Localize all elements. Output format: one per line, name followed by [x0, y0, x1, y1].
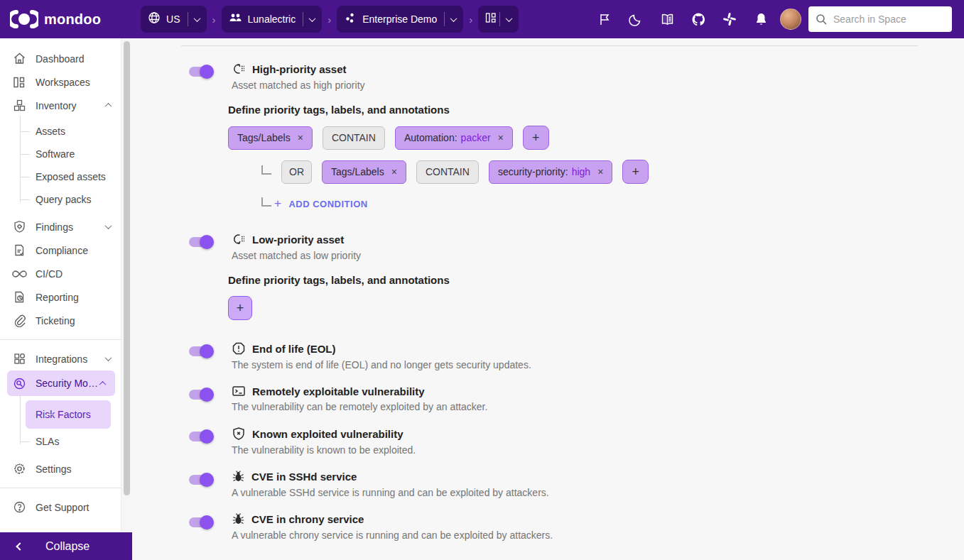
add-condition-plus-button[interactable]: +: [228, 296, 252, 320]
risk-row-known-exploited: Known exploited vulnerability The vulner…: [181, 427, 918, 456]
org-selector[interactable]: Lunalectric: [222, 6, 323, 33]
chevron-down-icon[interactable]: [309, 15, 316, 22]
sidebar-collapse-button[interactable]: Collapse: [0, 532, 132, 560]
risk-row-high-priority: High-priority asset Asset matched as hig…: [181, 62, 918, 218]
chevron-down-icon[interactable]: [506, 15, 513, 22]
sidebar-item-findings[interactable]: Findings: [0, 215, 121, 238]
sidebar-item-label: Get Support: [36, 502, 90, 513]
section-divider: [181, 45, 918, 46]
workspace-grid-icon: [485, 12, 497, 26]
shield-bug-icon: [11, 220, 27, 234]
breadcrumb: US › Lunalectric › Enter: [141, 6, 519, 33]
mondoo-logo[interactable]: mondoo: [10, 10, 101, 28]
field-chip[interactable]: Tags/Labels ×: [322, 160, 406, 184]
pill-divider: [444, 12, 445, 26]
remove-chip-icon[interactable]: ×: [597, 166, 603, 177]
dark-mode-button[interactable]: [624, 7, 648, 31]
sidebar-item-get-support[interactable]: Get Support: [0, 495, 121, 519]
sidebar-item-settings[interactable]: Settings: [0, 457, 121, 481]
remote-exploitable-toggle[interactable]: [189, 388, 213, 402]
sidebar-item-query-packs[interactable]: Query packs: [0, 188, 121, 211]
slack-button[interactable]: [717, 7, 742, 31]
value-chip[interactable]: security-priority: high ×: [489, 160, 612, 184]
space-search: [808, 6, 952, 32]
condition-row-3: + ADD CONDITION: [228, 197, 649, 211]
document-check-icon: [11, 243, 27, 257]
notifications-bell-button[interactable]: [749, 7, 773, 31]
sidebar-item-security-monitoring[interactable]: Security Mo…: [7, 370, 115, 396]
chevron-down-icon[interactable]: [105, 354, 112, 361]
sidebar-item-workspaces[interactable]: Workspaces: [0, 70, 121, 94]
sidebar-item-reporting[interactable]: Reporting: [0, 285, 121, 309]
add-value-button[interactable]: +: [523, 126, 549, 150]
region-selector[interactable]: US: [141, 6, 206, 33]
sidebar-item-label: Assets: [36, 126, 65, 137]
globe-icon: [148, 11, 161, 27]
operator-chip[interactable]: CONTAIN: [416, 160, 479, 184]
known-exploited-toggle[interactable]: [189, 429, 213, 444]
navbar-actions: [592, 6, 952, 32]
github-button[interactable]: [686, 7, 710, 31]
feature-flag-button[interactable]: [592, 7, 617, 31]
or-chip[interactable]: OR: [281, 160, 312, 184]
sidebar-item-compliance[interactable]: Compliance: [0, 238, 121, 262]
cve-sshd-toggle[interactable]: [189, 473, 213, 487]
low-priority-toggle[interactable]: [189, 235, 213, 249]
condition-heading: Define priority tags, labels, and annota…: [228, 104, 649, 116]
sidebar-item-software[interactable]: Software: [0, 143, 121, 165]
sidebar-item-label: Security Mo…: [36, 378, 98, 389]
value-chip[interactable]: Automation: packer ×: [395, 126, 513, 150]
add-value-button[interactable]: +: [622, 160, 649, 184]
region-label: US: [166, 13, 180, 25]
sidebar-item-slas[interactable]: SLAs: [0, 430, 121, 453]
space-icon: [344, 11, 357, 27]
eol-alert-icon: [232, 341, 246, 356]
docs-button[interactable]: [655, 7, 679, 31]
condition-builder: Define priority tags, labels, and annota…: [228, 274, 450, 320]
chevron-up-icon[interactable]: [99, 380, 107, 388]
sidebar-item-integrations[interactable]: Integrations: [0, 347, 121, 370]
sidebar-item-ticketing[interactable]: Ticketing: [0, 309, 121, 332]
remove-chip-icon[interactable]: ×: [498, 132, 504, 143]
sidebar-item-risk-factors[interactable]: Risk Factors: [26, 400, 111, 429]
add-condition-button[interactable]: + ADD CONDITION: [274, 197, 368, 211]
priority-down-icon: [232, 232, 246, 246]
bug-icon: [232, 512, 245, 526]
chevron-up-icon[interactable]: [105, 103, 112, 110]
remove-chip-icon[interactable]: ×: [298, 132, 303, 143]
breadcrumb-separator: ›: [469, 13, 472, 26]
remove-chip-icon[interactable]: ×: [391, 166, 397, 177]
risk-title: High-priority asset: [252, 63, 347, 75]
security-monitoring-icon: [11, 377, 27, 390]
sidebar-item-cicd[interactable]: CI/CD: [0, 262, 121, 285]
sidebar-item-exposed-assets[interactable]: Exposed assets: [0, 165, 121, 188]
sidebar-scrollbar[interactable]: [121, 38, 132, 560]
chevron-down-icon[interactable]: [105, 222, 112, 229]
operator-chip[interactable]: CONTAIN: [323, 126, 385, 150]
sidebar-item-label: Inventory: [36, 100, 77, 111]
space-selector[interactable]: Enterprise Demo: [337, 6, 463, 33]
risk-description: A vulnerable SSHd service is running and…: [232, 487, 549, 498]
sidebar-item-assets[interactable]: Assets: [0, 120, 121, 143]
condition-builder: Define priority tags, labels, and annota…: [228, 104, 649, 211]
high-priority-toggle[interactable]: [189, 65, 213, 79]
chevron-down-icon[interactable]: [193, 15, 200, 22]
sidebar-item-inventory[interactable]: Inventory: [0, 94, 121, 117]
chevron-down-icon[interactable]: [450, 15, 457, 22]
field-chip[interactable]: Tags/Labels ×: [228, 126, 313, 150]
search-input[interactable]: [833, 13, 945, 25]
user-avatar[interactable]: [780, 9, 801, 30]
paperclip-icon: [11, 314, 27, 327]
workspace-mini-selector[interactable]: [478, 6, 519, 33]
risk-row-eol: End of life (EOL) The system is end of l…: [181, 341, 918, 370]
sidebar-item-label: Risk Factors: [36, 409, 91, 420]
sidebar-item-dashboard[interactable]: Dashboard: [0, 47, 121, 70]
sidebar-item-label: Reporting: [36, 292, 79, 303]
inventory-subnav: Assets Software Exposed assets Query pac…: [0, 117, 121, 215]
tree-connector: [261, 197, 271, 207]
condition-row-2: OR Tags/Labels × CONTAIN security-priori…: [228, 160, 649, 184]
eol-toggle[interactable]: [189, 344, 213, 358]
terminal-icon: [232, 385, 246, 397]
scrollbar-thumb[interactable]: [124, 41, 130, 495]
cve-chrony-toggle[interactable]: [189, 515, 213, 529]
